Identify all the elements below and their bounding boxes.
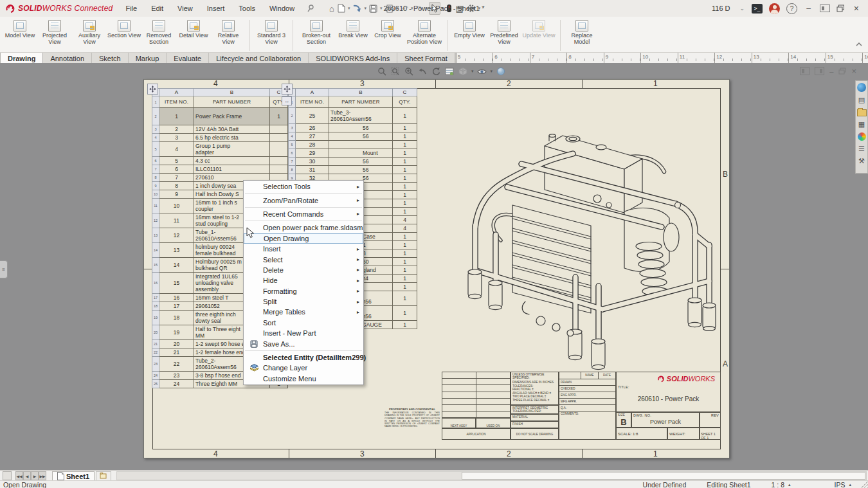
display-pane-icon[interactable]: ▤ <box>454 3 464 14</box>
menu-file[interactable]: File <box>119 3 143 14</box>
break-view-button[interactable]: Break View <box>336 19 370 52</box>
pane-left-icon[interactable] <box>800 67 809 75</box>
document-recovery-icon[interactable]: ⚒ <box>856 156 867 166</box>
doc-minimize-icon[interactable]: – <box>829 68 833 75</box>
restore-button[interactable] <box>836 5 845 12</box>
bom-header-cell[interactable]: ITEM NO. <box>296 96 329 108</box>
bom-item-cell[interactable]: 9 <box>159 190 194 199</box>
predefined-view-button[interactable]: Predefined View <box>487 19 521 52</box>
bom-item-cell[interactable]: 30 <box>296 158 329 166</box>
bom-qty-cell[interactable]: 4 <box>393 224 417 233</box>
ctx-select[interactable]: Select▸ <box>244 254 363 264</box>
bom-item-cell[interactable]: 10 <box>159 199 194 213</box>
bom-qty-cell[interactable]: 1 <box>393 174 417 183</box>
tab-drawing[interactable]: Drawing <box>0 53 43 63</box>
bom-item-cell[interactable]: 15 <box>159 273 194 294</box>
3dexperience-icon[interactable] <box>856 82 867 93</box>
home-icon[interactable]: ⌂ <box>328 3 336 14</box>
save-icon[interactable] <box>368 3 379 14</box>
ctx-recent-commands[interactable]: Recent Commands▸ <box>244 209 363 219</box>
bom-column-letter[interactable]: A <box>296 89 329 96</box>
doc-restore-icon[interactable] <box>838 68 846 75</box>
bom-qty-cell[interactable] <box>270 142 288 157</box>
bom-qty-cell[interactable]: 1 <box>393 291 417 306</box>
detail-view-button[interactable]: Detail View <box>176 19 211 52</box>
ctx-selection-tools[interactable]: Selection Tools▸ <box>244 181 363 192</box>
bom-item-cell[interactable]: 1 <box>159 108 194 125</box>
crop-view-button[interactable]: Crop View <box>370 19 405 52</box>
options-gear-icon[interactable] <box>466 3 477 14</box>
options-caret[interactable]: ▾ <box>478 6 481 11</box>
bom-header-cell[interactable]: ITEM NO. <box>159 96 194 108</box>
zoom-in-out-icon[interactable] <box>404 66 414 77</box>
bom-qty-cell[interactable]: 1 <box>393 132 417 141</box>
last-sheet-button[interactable]: ▶▶ <box>39 471 46 480</box>
bom-qty-cell[interactable]: 1 <box>393 108 417 124</box>
bom-item-cell[interactable]: 25 <box>296 108 329 124</box>
bom-item-cell[interactable]: 12 <box>159 228 194 243</box>
view-settings-icon[interactable] <box>496 66 506 77</box>
bom-part-cell[interactable]: 6.5 hp electric sta <box>194 134 270 142</box>
standard-3-view-button[interactable]: Standard 3 View <box>254 19 289 52</box>
ctx-open-power-pack-frame-sldasm[interactable]: Open power pack frame.sldasm <box>244 222 363 233</box>
scale-dropdown-icon[interactable]: ▴ <box>788 482 829 487</box>
scale-indicator[interactable]: 1 : 8 <box>766 481 788 488</box>
ctx-formatting[interactable]: Formatting▸ <box>244 286 363 296</box>
print-caret[interactable]: ▾ <box>397 6 399 11</box>
menu-insert[interactable]: Insert <box>201 3 231 14</box>
bom-part-cell[interactable]: 56 <box>329 124 393 132</box>
menu-tools[interactable]: Tools <box>232 3 262 14</box>
empty-view-button[interactable]: Empty View <box>452 19 487 52</box>
view-palette-icon[interactable]: ▦ <box>856 119 867 129</box>
pane-split-button[interactable] <box>3 471 12 480</box>
bom-qty-cell[interactable] <box>270 125 288 134</box>
bom-item-cell[interactable]: 20 <box>159 340 194 348</box>
pin-icon[interactable] <box>306 4 315 13</box>
appearances-icon[interactable] <box>856 131 867 141</box>
broken-out-section-button[interactable]: Broken-out Section <box>297 19 336 52</box>
bom-item-cell[interactable]: 7 <box>159 174 194 182</box>
bom-item-cell[interactable]: 3 <box>159 134 194 142</box>
bom-item-cell[interactable]: 23 <box>159 372 194 380</box>
save-caret[interactable]: ▾ <box>380 6 383 11</box>
custom-properties-icon[interactable]: ☰ <box>856 143 867 154</box>
open-caret[interactable]: ▾ <box>364 6 366 11</box>
bom-part-cell[interactable]: 4.3 cc <box>194 157 270 165</box>
bom-item-cell[interactable]: 24 <box>159 380 194 388</box>
collapse-toolbar-icon[interactable] <box>855 38 868 50</box>
bom-qty-cell[interactable]: 1 <box>393 258 417 266</box>
tab-markup[interactable]: Markup <box>129 53 167 63</box>
bom-item-cell[interactable]: 22 <box>159 357 194 372</box>
ctx-open-drawing[interactable]: Open Drawing <box>244 233 363 244</box>
bom-item-cell[interactable]: 8 <box>159 182 194 190</box>
bom-qty-cell[interactable]: 1 <box>393 283 417 291</box>
help-icon[interactable]: ? <box>786 3 797 14</box>
menu-view[interactable]: View <box>171 3 199 14</box>
ctx-zoom-pan-rotate[interactable]: Zoom/Pan/Rotate▸ <box>244 195 363 205</box>
bom-item-cell[interactable]: 16 <box>159 294 194 302</box>
bom-part-cell[interactable]: 56 <box>329 166 393 174</box>
removed-section-button[interactable]: Removed Section <box>141 19 176 52</box>
model-view-button[interactable]: Model View <box>3 19 37 52</box>
bom-qty-cell[interactable]: 1 <box>393 141 417 149</box>
bom-qty-cell[interactable]: 1 <box>393 249 417 258</box>
menu-edit[interactable]: Edit <box>145 3 170 14</box>
menu-window[interactable]: Window <box>263 3 301 14</box>
display-style-caret[interactable]: ▾ <box>471 69 474 74</box>
pane-right-icon[interactable] <box>815 67 824 75</box>
display-style-icon[interactable] <box>458 66 468 77</box>
bom-qty-cell[interactable] <box>270 157 288 165</box>
column-resize-icon[interactable]: ↔ <box>282 96 292 105</box>
bom-item-cell[interactable]: 28 <box>296 141 329 149</box>
add-sheet-button[interactable] <box>96 471 111 481</box>
graphics-area[interactable]: ≡ ▾ ▾ <box>0 63 868 470</box>
bom-item-cell[interactable]: 6 <box>159 165 194 174</box>
bom-item-cell[interactable]: 18 <box>159 311 194 325</box>
bom-item-cell[interactable]: 29 <box>296 149 329 158</box>
hide-show-caret[interactable]: ▾ <box>491 69 493 74</box>
bom-item-cell[interactable]: 11 <box>159 213 194 228</box>
search-value[interactable]: 116 D <box>712 5 730 12</box>
projected-view-button[interactable]: Projected View <box>37 19 72 52</box>
bom-qty-cell[interactable]: 1 <box>393 183 417 191</box>
bom-part-cell[interactable] <box>329 141 393 149</box>
